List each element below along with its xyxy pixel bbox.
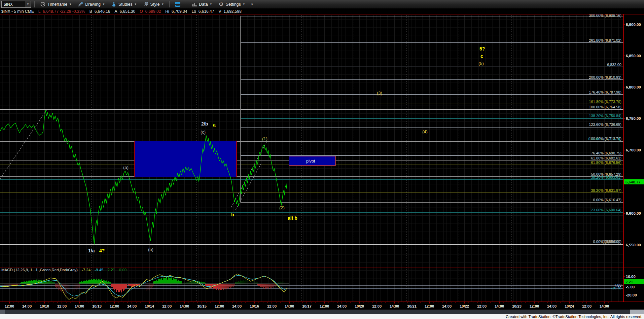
dashed-trendline[interactable] <box>236 164 261 210</box>
chart-area[interactable]: pivot2/ba(c)(a)(b)(1)(2)(3)(4)(5)balt b1… <box>0 14 644 310</box>
macd-histogram-bar <box>70 284 70 291</box>
macd-histogram-bar <box>72 284 72 293</box>
macd-histogram-bar <box>155 281 156 284</box>
chart-canvas[interactable]: pivot2/ba(c)(a)(b)(1)(2)(3)(4)(5)balt b1… <box>0 14 644 310</box>
tradestation-window: $INX ▼ Timeframe ▼ Drawing ▼ Studies ▼ <box>0 0 644 319</box>
fib-level-label: 176.40% (6,787.98) <box>589 90 621 94</box>
quote-field: Hi=6,709.34 <box>165 9 187 14</box>
macd-histogram-bar <box>116 284 117 292</box>
macd-histogram-bar <box>251 280 251 284</box>
macd-histogram-bar <box>263 284 264 288</box>
macd-histogram-bar <box>243 281 243 284</box>
symbol-description: $INX - 5 min CME <box>1 9 34 14</box>
macd-histogram-bar <box>219 284 220 289</box>
macd-histogram-bar <box>92 280 93 284</box>
macd-histogram-bar <box>204 282 205 284</box>
macd-status-row: MACD (12,26,9, 1 , 1 ,Green,Red,DarkGray… <box>1 268 127 272</box>
chevron-down-icon: ▼ <box>210 3 212 6</box>
toolbar-overflow-icon[interactable]: ▼ <box>249 3 255 6</box>
macd-histogram-bar <box>270 284 270 287</box>
macd-histogram-bar <box>132 284 133 286</box>
wave-label: (3) <box>377 91 382 96</box>
scrollbar-thumb[interactable] <box>630 310 644 314</box>
macd-histogram-bar <box>94 279 95 284</box>
macd-histogram-bar <box>114 284 115 290</box>
menu-data[interactable]: Data ▼ <box>189 0 214 8</box>
macd-histogram-bar <box>126 284 127 288</box>
macd-histogram-bar <box>73 284 73 290</box>
macd-histogram-bar <box>121 284 122 292</box>
macd-histogram-bar <box>27 282 28 284</box>
fib-level-label: 100.00% (6,713.70) <box>587 137 620 141</box>
macd-histogram-bar <box>242 281 242 284</box>
macd-histogram-bar <box>154 281 155 284</box>
macd-histogram-bar <box>42 281 43 284</box>
macd-histogram-bar <box>172 280 173 284</box>
menu-label: Style <box>150 2 160 7</box>
macd-histogram-bar <box>128 284 129 285</box>
macd-histogram-bar <box>250 281 250 284</box>
menu-drawing[interactable]: Drawing ▼ <box>76 0 107 8</box>
menu-studies[interactable]: Studies ▼ <box>109 0 139 8</box>
macd-histogram-bar <box>286 282 286 284</box>
symbol-value[interactable]: $INX <box>2 2 25 7</box>
macd-histogram-bar <box>95 280 96 284</box>
macd-histogram-bar <box>87 281 88 284</box>
macd-histogram-bar <box>246 280 246 284</box>
macd-histogram-bar <box>113 284 114 289</box>
macd-histogram-bar <box>284 281 284 284</box>
menu-settings[interactable]: ⚙ Settings ▼ <box>216 0 247 8</box>
macd-histogram-bar <box>79 284 79 288</box>
macd-histogram-bar <box>82 282 83 284</box>
elliott-box-drawing[interactable] <box>135 141 237 177</box>
macd-histogram-bar <box>52 282 53 284</box>
macd-histogram-bar <box>258 284 259 286</box>
macd-histogram-bar <box>78 284 78 288</box>
macd-line <box>0 274 287 299</box>
menu-label: Settings <box>226 2 241 7</box>
fib-level-label: 61.80% (6,682.61) <box>591 156 621 160</box>
macd-histogram-bar <box>157 281 158 284</box>
macd-histogram-bar <box>88 280 89 284</box>
macd-histogram-bar <box>8 284 8 285</box>
macd-histogram-bar <box>118 284 119 292</box>
symbol-dropdown-arrow-icon[interactable]: ▼ <box>25 1 31 7</box>
macd-histogram-bar <box>223 284 224 290</box>
macd-histogram-bar <box>129 284 130 286</box>
time-axis-label: 12:00 <box>57 304 67 308</box>
macd-histogram-bar <box>107 282 108 284</box>
horizontal-scrollbar[interactable] <box>0 310 644 314</box>
macd-histogram-bar <box>83 281 84 284</box>
time-axis-label: 14:00 <box>180 304 189 308</box>
macd-histogram-bar <box>240 282 240 284</box>
macd-histogram-bar <box>218 284 219 290</box>
chevron-down-icon: ▼ <box>134 3 137 6</box>
symbol-input[interactable]: $INX ▼ <box>1 1 31 8</box>
macd-histogram-bar <box>7 284 7 285</box>
price-axis-label: 6,900.00 <box>626 23 641 27</box>
time-axis-label: 10/16 <box>250 304 259 308</box>
macd-histogram-bar <box>91 279 92 284</box>
time-axis-label: 14:00 <box>495 304 504 308</box>
macd-histogram-bar <box>103 280 104 284</box>
macd-histogram-bar <box>160 279 161 284</box>
macd-histogram-bar <box>153 284 153 286</box>
macd-histogram-bar <box>162 280 163 284</box>
link-windows-icon[interactable] <box>173 2 182 7</box>
menu-style[interactable]: Style ▼ <box>141 0 166 8</box>
macd-histogram-bar <box>269 284 269 289</box>
macd-axis-label: -20.00 <box>626 293 637 297</box>
macd-histogram-bar <box>228 284 229 289</box>
macd-histogram-bar <box>169 278 170 284</box>
macd-histogram-bar <box>222 284 223 288</box>
menu-timeframe[interactable]: Timeframe ▼ <box>38 0 74 8</box>
time-axis-label: 12:00 <box>215 304 224 308</box>
macd-histogram-bar <box>275 284 275 286</box>
macd-histogram-bar <box>221 284 222 290</box>
macd-histogram-bar <box>48 281 49 284</box>
macd-histogram-bar <box>101 279 102 284</box>
macd-histogram-bar <box>255 282 255 284</box>
scrollbar-left-button[interactable] <box>0 310 5 314</box>
wave-label: 2/b <box>201 121 208 127</box>
macd-histogram-bar <box>96 279 97 284</box>
